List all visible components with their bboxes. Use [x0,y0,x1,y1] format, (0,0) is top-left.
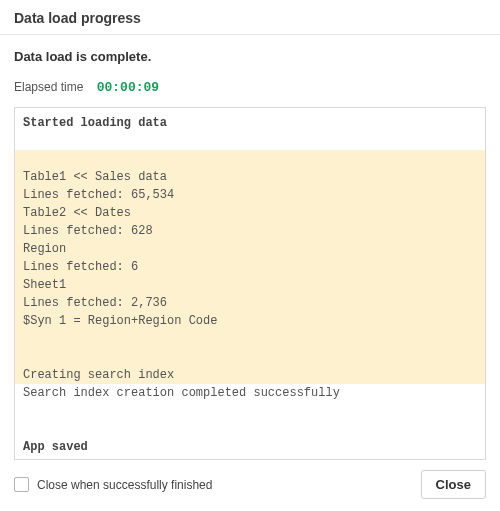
close-when-finished-label: Close when successfully finished [37,478,212,492]
log-line: Lines fetched: 2,736 [15,294,485,312]
elapsed-time-row: Elapsed time 00:00:09 [0,70,500,107]
log-line: Lines fetched: 6 [15,258,485,276]
dialog-header: Data load progress [0,0,500,35]
log-line [15,132,485,150]
log-line: Search index creation completed successf… [15,384,485,402]
dialog-footer: Close when successfully finished Close [0,460,500,511]
close-when-finished-option[interactable]: Close when successfully finished [14,477,212,492]
log-line: Lines fetched: 65,534 [15,186,485,204]
log-line: Table1 << Sales data [15,168,485,186]
log-line: Table2 << Dates [15,204,485,222]
log-line: Lines fetched: 628 [15,222,485,240]
elapsed-time-value: 00:00:09 [97,80,159,95]
log-line [15,150,485,168]
log-line [15,330,485,348]
log-line: Sheet1 [15,276,485,294]
log-line [15,420,485,438]
status-message: Data load is complete. [0,35,500,70]
log-line [15,348,485,366]
log-line: $Syn 1 = Region+Region Code [15,312,485,330]
log-line [15,456,485,460]
log-line: Started loading data [15,108,485,132]
dialog-title: Data load progress [14,10,486,26]
log-line: App saved [15,438,485,456]
load-log-panel[interactable]: Started loading dataTable1 << Sales data… [14,107,486,460]
log-line: Region [15,240,485,258]
close-button[interactable]: Close [421,470,486,499]
checkbox-icon[interactable] [14,477,29,492]
log-line: Creating search index [15,366,485,384]
log-line [15,402,485,420]
elapsed-time-label: Elapsed time [14,80,83,94]
